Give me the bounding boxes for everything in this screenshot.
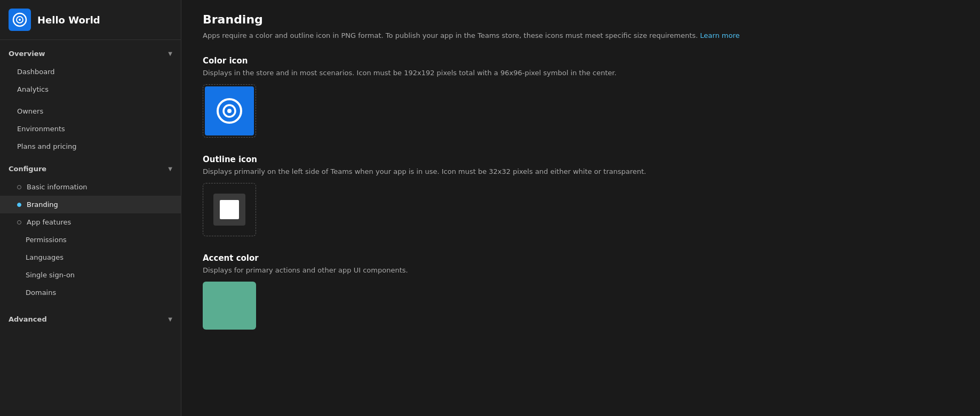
outline-icon-desc: Displays primarily on the left side of T… — [203, 167, 959, 175]
app-title: Hello World — [37, 14, 100, 26]
sidebar-item-languages[interactable]: Languages — [0, 249, 181, 266]
svg-point-5 — [227, 109, 232, 113]
color-icon-upload[interactable] — [203, 84, 256, 138]
main-content: Branding Apps require a color and outlin… — [181, 0, 980, 416]
basic-information-label: Basic information — [27, 183, 87, 191]
overview-chevron: ▼ — [168, 51, 172, 57]
app-features-label: App features — [27, 218, 71, 226]
sidebar-item-environments[interactable]: Environments — [0, 120, 181, 138]
configure-header[interactable]: Configure ▼ — [0, 159, 181, 178]
color-icon-title: Color icon — [203, 56, 959, 66]
dashboard-label: Dashboard — [17, 68, 55, 76]
environments-label: Environments — [17, 125, 65, 133]
configure-label: Configure — [9, 165, 46, 173]
outline-white-square — [220, 200, 239, 219]
color-icon-desc: Displays in the store and in most scenar… — [203, 69, 959, 77]
outline-icon-preview — [213, 194, 245, 226]
overview-label: Overview — [9, 50, 45, 58]
app-features-dot — [17, 220, 21, 225]
sidebar-item-plans-pricing[interactable]: Plans and pricing — [0, 138, 181, 155]
single-sign-on-label: Single sign-on — [26, 271, 75, 279]
domains-label: Domains — [26, 289, 56, 297]
outline-icon-section: Outline icon Displays primarily on the l… — [203, 155, 959, 236]
overview-header[interactable]: Overview ▼ — [0, 44, 181, 63]
accent-color-desc: Displays for primary actions and other a… — [203, 266, 959, 274]
color-icon-preview — [205, 86, 254, 135]
branding-dot — [17, 203, 21, 207]
sidebar-item-domains[interactable]: Domains — [0, 284, 181, 301]
accent-color-section: Accent color Displays for primary action… — [203, 253, 959, 330]
overview-section: Overview ▼ Dashboard Analytics — [0, 40, 181, 102]
svg-point-2 — [19, 19, 21, 21]
sidebar-item-single-sign-on[interactable]: Single sign-on — [0, 266, 181, 284]
color-icon-section: Color icon Displays in the store and in … — [203, 56, 959, 138]
configure-section: Configure ▼ Basic information Branding A… — [0, 155, 181, 306]
advanced-chevron: ▼ — [168, 316, 172, 322]
sidebar-item-dashboard[interactable]: Dashboard — [0, 63, 181, 81]
permissions-label: Permissions — [26, 236, 67, 244]
page-subtitle: Apps require a color and outline icon in… — [203, 30, 959, 41]
sidebar-item-owners[interactable]: Owners — [0, 102, 181, 120]
sidebar-item-branding[interactable]: Branding — [0, 196, 181, 213]
advanced-header[interactable]: Advanced ▼ — [0, 310, 181, 329]
owners-label: Owners — [17, 107, 43, 115]
outline-icon-title: Outline icon — [203, 155, 959, 164]
sidebar-item-permissions[interactable]: Permissions — [0, 231, 181, 249]
app-icon — [9, 9, 31, 31]
sidebar: Hello World Overview ▼ Dashboard Analyti… — [0, 0, 181, 416]
plans-pricing-label: Plans and pricing — [17, 142, 77, 150]
subtitle-text: Apps require a color and outline icon in… — [203, 31, 698, 39]
branding-label: Branding — [27, 201, 58, 209]
page-title: Branding — [203, 13, 959, 26]
advanced-label: Advanced — [9, 315, 47, 323]
configure-chevron: ▼ — [168, 166, 172, 172]
advanced-section: Advanced ▼ — [0, 306, 181, 333]
sidebar-item-basic-information[interactable]: Basic information — [0, 178, 181, 196]
app-header: Hello World — [0, 0, 181, 40]
accent-color-title: Accent color — [203, 253, 959, 263]
accent-color-preview[interactable] — [203, 282, 256, 330]
learn-more-link[interactable]: Learn more — [700, 31, 739, 39]
sidebar-item-analytics[interactable]: Analytics — [0, 81, 181, 98]
outline-icon-upload[interactable] — [203, 183, 256, 236]
basic-information-dot — [17, 185, 21, 189]
languages-label: Languages — [26, 253, 63, 261]
sidebar-item-app-features[interactable]: App features — [0, 213, 181, 231]
analytics-label: Analytics — [17, 85, 49, 93]
